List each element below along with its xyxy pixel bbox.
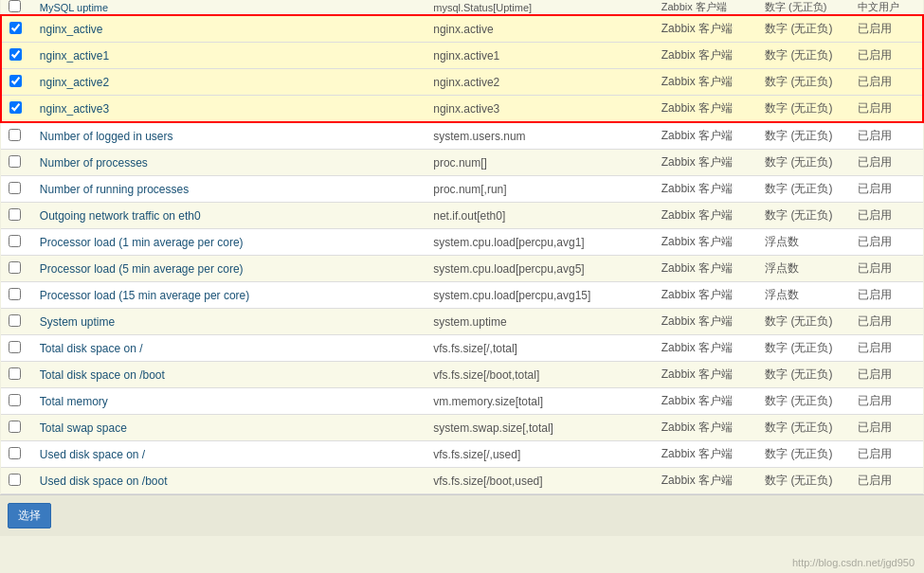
- item-key: system.uptime: [426, 309, 654, 335]
- item-key: net.if.out[eth0]: [426, 203, 654, 229]
- row-checkbox[interactable]: [9, 314, 21, 327]
- item-type: Zabbix 客户端: [654, 256, 757, 282]
- table-row: Processor load (1 min average per core)s…: [1, 229, 923, 256]
- bottom-toolbar: 选择: [0, 494, 924, 536]
- item-status: 已启用: [850, 282, 923, 309]
- item-type: Zabbix 客户端: [654, 415, 757, 441]
- item-status: 已启用: [850, 15, 923, 43]
- item-dtype: 数字 (无正负): [757, 441, 850, 468]
- row-checkbox[interactable]: [9, 367, 21, 380]
- table-row: Outgoing network traffic on eth0net.if.o…: [1, 203, 923, 229]
- item-dtype: 数字 (无正负): [757, 15, 850, 43]
- item-status: 已启用: [850, 335, 923, 362]
- item-type: Zabbix 客户端: [654, 43, 757, 69]
- item-key: system.cpu.load[percpu,avg1]: [426, 229, 654, 256]
- item-key: system.swap.size[,total]: [426, 415, 654, 441]
- item-key: vfs.fs.size[/boot,used]: [426, 468, 654, 494]
- item-key: system.cpu.load[percpu,avg5]: [426, 256, 654, 282]
- item-name-link[interactable]: Used disk space on /boot: [40, 475, 168, 488]
- item-name-link[interactable]: Total disk space on /boot: [40, 368, 165, 382]
- item-status: 已启用: [850, 203, 923, 229]
- table-row: Used disk space on /bootvfs.fs.size[/boo…: [1, 468, 923, 494]
- item-name-link[interactable]: Total disk space on /: [40, 342, 143, 355]
- table-row: nginx_activenginx.activeZabbix 客户端数字 (无正…: [1, 15, 923, 43]
- item-key: vm.memory.size[total]: [426, 388, 654, 415]
- item-key: vfs.fs.size[/boot,total]: [426, 362, 654, 388]
- select-button[interactable]: 选择: [8, 503, 51, 528]
- item-type: Zabbix 客户端: [654, 362, 757, 388]
- item-name-link[interactable]: Number of processes: [40, 156, 148, 170]
- item-type: Zabbix 客户端: [654, 96, 757, 123]
- table-row: Number of logged in userssystem.users.nu…: [1, 122, 923, 150]
- row-checkbox[interactable]: [9, 474, 21, 486]
- item-dtype: 浮点数: [757, 256, 850, 282]
- row-checkbox[interactable]: [9, 155, 21, 168]
- row-checkbox[interactable]: [9, 22, 22, 34]
- item-key: nginx.active3: [426, 96, 654, 123]
- item-type: Zabbix 客户端: [654, 282, 757, 309]
- item-dtype: 数字 (无正负): [757, 176, 850, 203]
- item-dtype: 浮点数: [757, 282, 850, 309]
- row-checkbox[interactable]: [9, 421, 21, 433]
- row-checkbox[interactable]: [9, 288, 21, 300]
- item-key: proc.num[]: [426, 150, 654, 176]
- item-dtype: 数字 (无正负): [757, 335, 850, 362]
- row-checkbox[interactable]: [9, 129, 21, 141]
- row-checkbox[interactable]: [9, 0, 21, 12]
- item-name-link[interactable]: Processor load (5 min average per core): [40, 262, 244, 276]
- item-name-link[interactable]: MySQL uptime: [40, 2, 108, 13]
- item-status: 已启用: [850, 362, 923, 388]
- item-name-link[interactable]: Processor load (15 min average per core): [40, 289, 249, 302]
- item-type: Zabbix 客户端: [654, 203, 757, 229]
- item-type: Zabbix 客户端: [654, 468, 757, 494]
- row-checkbox[interactable]: [9, 208, 21, 221]
- item-key: vfs.fs.size[/,total]: [426, 335, 654, 362]
- item-key: vfs.fs.size[/,used]: [426, 441, 654, 468]
- table-row: nginx_active3nginx.active3Zabbix 客户端数字 (…: [1, 96, 923, 123]
- item-name-link[interactable]: Number of running processes: [40, 183, 189, 196]
- item-name-link[interactable]: nginx_active: [40, 23, 103, 36]
- item-type: Zabbix 客户端: [654, 150, 757, 176]
- item-name-link[interactable]: Total swap space: [40, 421, 127, 435]
- item-type: Zabbix 客户端: [654, 441, 757, 468]
- item-key: system.users.num: [426, 122, 654, 150]
- table-row: Processor load (5 min average per core)s…: [1, 256, 923, 282]
- item-dtype: 数字 (无正负): [757, 203, 850, 229]
- row-checkbox[interactable]: [9, 75, 22, 87]
- item-dtype: 数字 (无正负): [757, 69, 850, 96]
- item-name-link[interactable]: Outgoing network traffic on eth0: [40, 209, 201, 223]
- item-key: system.cpu.load[percpu,avg15]: [426, 282, 654, 309]
- item-status: 已启用: [850, 229, 923, 256]
- main-container: MySQL uptimemysql.Status[Uptime]Zabbix 客…: [0, 0, 924, 536]
- item-type: Zabbix 客户端: [654, 335, 757, 362]
- item-dtype: 数字 (无正负): [757, 150, 850, 176]
- table-row: Total disk space on /bootvfs.fs.size[/bo…: [1, 362, 923, 388]
- item-name-link[interactable]: Used disk space on /: [40, 448, 145, 461]
- row-checkbox[interactable]: [9, 447, 21, 459]
- item-name-link[interactable]: Processor load (1 min average per core): [40, 236, 244, 249]
- item-type: Zabbix 客户端: [654, 229, 757, 256]
- item-status: 已启用: [850, 122, 923, 150]
- item-type: Zabbix 客户端: [654, 69, 757, 96]
- table-row: nginx_active1nginx.active1Zabbix 客户端数字 (…: [1, 43, 923, 69]
- item-type: Zabbix 客户端: [654, 122, 757, 150]
- item-name-link[interactable]: Total memory: [40, 395, 108, 408]
- item-name-link[interactable]: nginx_active3: [40, 102, 109, 116]
- row-checkbox[interactable]: [9, 48, 22, 61]
- row-checkbox[interactable]: [9, 394, 21, 406]
- row-checkbox[interactable]: [9, 341, 21, 353]
- row-checkbox[interactable]: [9, 235, 21, 247]
- table-row: Used disk space on /vfs.fs.size[/,used]Z…: [1, 441, 923, 468]
- row-checkbox[interactable]: [9, 261, 21, 274]
- item-name-link[interactable]: nginx_active2: [40, 76, 109, 89]
- item-name-link[interactable]: Number of logged in users: [40, 130, 173, 143]
- item-name-link[interactable]: nginx_active1: [40, 49, 109, 63]
- table-row: Total disk space on /vfs.fs.size[/,total…: [1, 335, 923, 362]
- item-type: Zabbix 客户端: [654, 388, 757, 415]
- item-status: 已启用: [850, 309, 923, 335]
- row-checkbox[interactable]: [9, 182, 21, 194]
- row-checkbox[interactable]: [9, 101, 22, 114]
- item-status: 已启用: [850, 69, 923, 96]
- item-name-link[interactable]: System uptime: [40, 315, 115, 329]
- item-dtype: 数字 (无正负): [757, 122, 850, 150]
